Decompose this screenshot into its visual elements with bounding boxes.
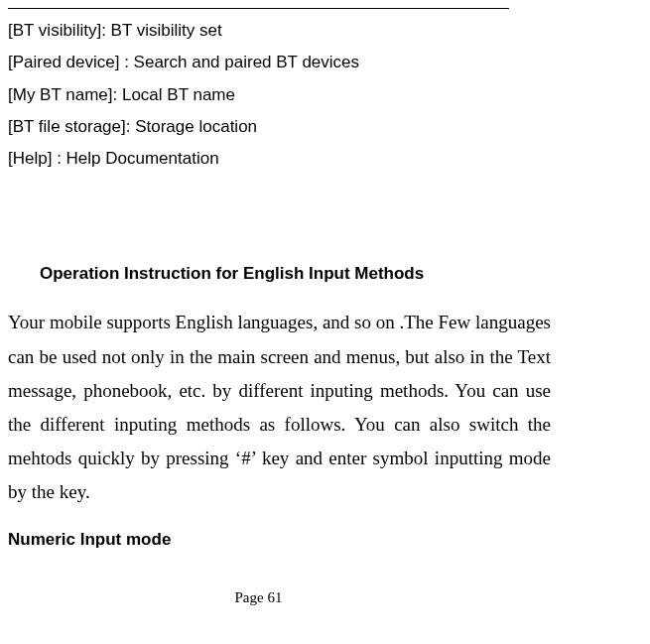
bt-item-file-storage: [BT file storage]: Storage location bbox=[8, 111, 590, 143]
sub-heading: Numeric Input mode bbox=[8, 530, 590, 550]
bt-menu-list: [BT visibility]: BT visibility set [Pair… bbox=[8, 15, 590, 175]
bt-item-paired-device: [Paired device] : Search and paired BT d… bbox=[8, 47, 590, 78]
page-number: Page 61 bbox=[8, 589, 509, 606]
document-page: [BT visibility]: BT visibility set [Pair… bbox=[0, 0, 650, 606]
bt-item-my-bt-name: [My BT name]: Local BT name bbox=[8, 79, 590, 111]
horizontal-rule bbox=[8, 8, 509, 9]
section-heading: Operation Instruction for English Input … bbox=[40, 264, 590, 284]
bt-item-help: [Help] : Help Documentation bbox=[8, 143, 590, 175]
body-paragraph: Your mobile supports English languages, … bbox=[8, 306, 551, 509]
bt-item-visibility: [BT visibility]: BT visibility set bbox=[8, 15, 590, 47]
